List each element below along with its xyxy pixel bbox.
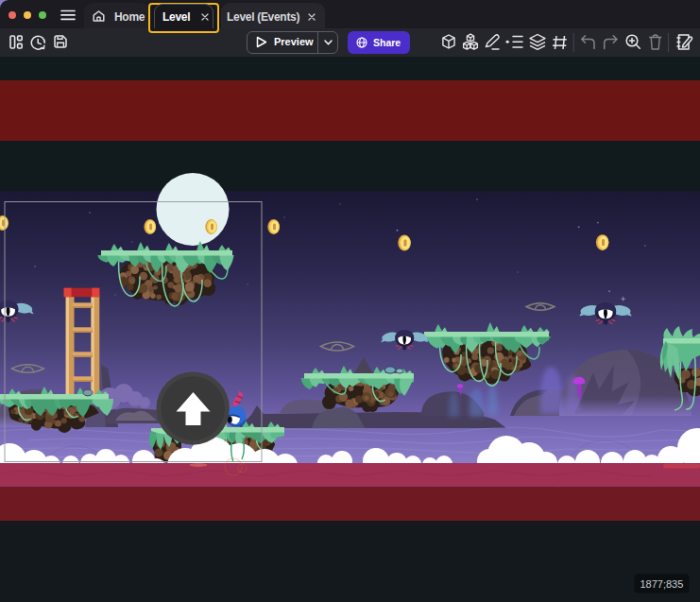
svg-text:1877;835: 1877;835 [640,578,683,590]
